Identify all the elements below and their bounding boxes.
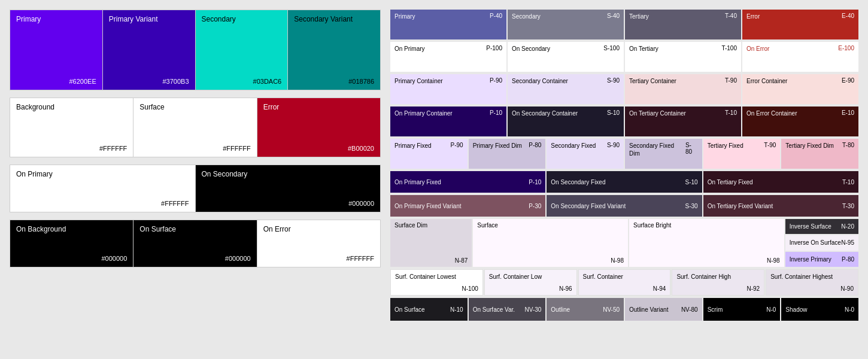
cell-code: N-98 [611,257,624,264]
swatch-hex: #FFFFFF [99,145,127,152]
color-cell-primary: PrimaryP-40 [390,10,506,39]
cell-label: Inverse Primary [790,256,831,263]
cell-label: Primary Container [394,77,443,85]
bottom-cell-on-surface: On SurfaceN-10 [390,298,468,321]
cell-code: N-95 [841,239,854,246]
color-cell-on-secondary-fixed-variant: On Secondary Fixed VariantS-30 [547,195,702,217]
cell-code: P-80 [842,256,854,263]
surf-container-cell-2: Surf. ContainerN-94 [578,269,671,296]
color-cell-tertiary-fixed: Tertiary FixedT-90 [703,139,781,169]
color-cell-tertiary: TertiaryT-40 [625,10,741,39]
cell-code: P-40 [490,13,502,19]
cell-code: P-30 [529,203,541,209]
cell-label: Tertiary Container [629,77,676,85]
color-cell-on-error-container: On Error ContainerE-10 [742,107,858,136]
cell-label: Primary [394,13,415,20]
cell-label: On Primary Container [394,109,453,117]
surf-container-cell-4: Surf. Container HighestN-90 [766,269,858,296]
cell-label: Surface Bright [633,222,780,229]
surface-row: Surface DimN-87SurfaceN-98Surface Bright… [390,219,858,267]
swatch-on-error: On Error#FFFFFF [257,220,381,267]
cell-code: N-92 [747,285,760,292]
color-cell-on-tertiary-fixed: On Tertiary FixedT-10 [703,171,858,193]
inverse-column: Inverse SurfaceN-20Inverse On SurfaceN-9… [785,219,858,267]
swatch-hex: #FFFFFF [161,200,189,207]
cell-label: Error [746,13,760,20]
swatch-name: Secondary Variant [294,15,374,23]
cell-code: N-10 [450,306,463,313]
color-cell-on-primary-container: On Primary ContainerP-10 [390,107,506,136]
swatch-hex: #3700B3 [162,78,189,85]
surf-container-row: Surf. Container LowestN-100Surf. Contain… [390,269,858,296]
swatch-hex: #018786 [348,78,374,85]
cell-label: Surface [477,222,624,229]
swatch-name: Secondary [202,15,282,23]
left-panel: Primary#6200EEPrimary Variant#3700B3Seco… [10,10,381,349]
swatch-name: Surface [139,103,250,111]
inverse-on-surface-cell: Inverse On SurfaceN-95 [785,235,858,250]
swatch-background: Background#FFFFFF [10,98,133,157]
cell-code: N-100 [462,285,478,292]
swatch-primary-variant: Primary Variant#3700B3 [103,10,196,90]
color-cell-secondary: SecondaryS-40 [508,10,624,39]
bottom-row: On SurfaceN-10On Surface Var.NV-30Outlin… [390,298,858,321]
cell-label: On Error [746,45,769,53]
bottom-cell-shadow: ShadowN-0 [781,298,858,321]
cell-code: P-80 [529,142,541,150]
bottom-cell-on-surface-var.: On Surface Var.NV-30 [469,298,546,321]
cell-label: Surf. Container Highest [770,273,854,281]
cell-label: Secondary Fixed [551,142,596,150]
cell-code: P-90 [451,142,463,150]
color-row: On Primary ContainerP-10On Secondary Con… [390,107,858,136]
cell-code: E-90 [842,77,854,84]
swatch-on-background: On Background#000000 [10,220,133,267]
color-cell-on-tertiary: On TertiaryT-100 [625,42,741,72]
cell-label: On Primary Fixed [394,179,441,185]
cell-label: On Primary [394,45,425,53]
cell-code: T-80 [842,142,854,150]
cell-code: T-90 [725,77,737,84]
bg-surface-error-row: Background#FFFFFFSurface#FFFFFFError#B00… [10,98,381,157]
cell-label: Secondary [512,13,541,20]
color-cell-on-secondary: On SecondaryS-100 [508,42,624,72]
cell-label: On Secondary Fixed Variant [551,203,626,209]
swatch-name: On Secondary [202,170,375,178]
cell-code: P-10 [529,179,541,185]
cell-label: On Secondary Fixed [551,179,605,185]
color-row: Primary ContainerP-90Secondary Container… [390,74,858,104]
on-bg-surface-error-row: On Background#000000On Surface#000000On … [10,220,381,267]
color-cell-primary-fixed: Primary FixedP-90 [390,139,468,169]
bottom-cell-outline-variant: Outline VariantNV-80 [625,298,702,321]
cell-code: S-10 [685,179,698,185]
cell-code: S-100 [603,45,620,51]
cell-code: E-40 [842,13,854,19]
color-cell-secondary-fixed: Secondary FixedS-90 [547,139,624,169]
color-row: On PrimaryP-100On SecondaryS-100On Terti… [390,42,858,72]
surface-cell: SurfaceN-98 [473,219,628,267]
cell-label: Tertiary Fixed Dim [785,142,834,150]
swatch-hex: #000000 [102,255,128,262]
cell-label: Tertiary [629,13,649,20]
cell-label: On Surface Var. [473,306,515,313]
color-cell-on-tertiary-container: On Tertiary ContainerT-10 [625,107,741,136]
cell-label: Secondary Fixed Dim [629,142,685,157]
color-cell-on-primary-fixed-variant: On Primary Fixed VariantP-30 [390,195,545,217]
on-fixed-variant-row: On Primary Fixed VariantP-30On Secondary… [390,195,858,217]
cell-code: S-90 [607,77,620,84]
color-cell-error-container: Error ContainerE-90 [742,74,858,104]
swatch-name: Error [263,103,374,111]
cell-code: P-90 [490,77,502,84]
cell-label: Tertiary Fixed [708,142,743,150]
cell-label: On Tertiary Fixed Variant [708,203,773,209]
cell-code: T-90 [764,142,776,150]
cell-label: Surf. Container [583,273,666,281]
cell-code: N-0 [845,306,854,313]
color-cell-error: ErrorE-40 [742,10,858,39]
swatch-hex: #03DAC6 [253,78,282,85]
cell-label: Shadow [785,306,807,313]
cell-code: N-94 [653,285,666,292]
cell-code: NV-50 [603,306,620,313]
swatch-on-secondary: On Secondary#000000 [196,165,381,212]
bottom-cell-scrim: ScrimN-0 [703,298,781,321]
cell-code: T-10 [842,179,854,185]
